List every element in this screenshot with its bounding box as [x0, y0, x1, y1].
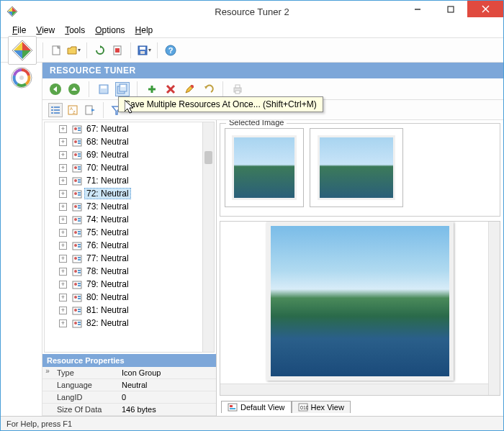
- tree-item[interactable]: +78: Neutral: [45, 265, 214, 278]
- resource-icon: [71, 317, 83, 329]
- window-controls: [401, 1, 503, 17]
- tree-item[interactable]: +73: Neutral: [45, 200, 214, 213]
- open-file-icon[interactable]: ▾: [66, 43, 81, 58]
- svg-rect-96: [78, 244, 81, 245]
- tree-item[interactable]: +79: Neutral: [45, 278, 214, 291]
- tab-hex-view[interactable]: 010 Hex View: [292, 401, 351, 413]
- expander-icon[interactable]: +: [59, 242, 67, 250]
- svg-text:?: ?: [168, 46, 174, 55]
- expander-icon[interactable]: +: [59, 255, 67, 263]
- tree-item[interactable]: +71: Neutral: [45, 174, 214, 187]
- tree-item[interactable]: +69: Neutral: [45, 148, 214, 161]
- tree-item-label: 71: Neutral: [84, 175, 131, 186]
- svg-text:Z: Z: [73, 110, 76, 114]
- rail-wheel-icon[interactable]: [9, 65, 34, 90]
- expander-icon[interactable]: +: [59, 216, 67, 224]
- sort-icon[interactable]: AZ: [66, 103, 80, 117]
- nav-back-icon[interactable]: [48, 82, 63, 96]
- svg-rect-46: [51, 106, 53, 108]
- save-multiple-icon[interactable]: [115, 82, 130, 96]
- tree-item[interactable]: +77: Neutral: [45, 252, 214, 265]
- tree-scrollbar[interactable]: [202, 122, 214, 352]
- expander-icon[interactable]: +: [59, 125, 67, 133]
- svg-rect-85: [78, 207, 81, 209]
- close-button[interactable]: [467, 1, 503, 17]
- expander-icon[interactable]: +: [59, 177, 67, 185]
- add-icon[interactable]: [145, 82, 159, 96]
- menubar: File View Tools Options Help: [1, 22, 503, 38]
- tree-item[interactable]: +74: Neutral: [45, 213, 214, 226]
- app-logo-button[interactable]: [8, 36, 37, 65]
- tree-item[interactable]: +82: Neutral: [45, 317, 214, 330]
- expander-icon[interactable]: +: [59, 294, 67, 301]
- svg-rect-92: [78, 231, 81, 232]
- edit-icon[interactable]: [182, 82, 197, 96]
- menu-options[interactable]: Options: [91, 24, 129, 37]
- expander-icon[interactable]: +: [59, 203, 67, 211]
- tree-item[interactable]: +76: Neutral: [45, 239, 214, 252]
- tree-item-label: 80: Neutral: [84, 291, 131, 303]
- selected-image-group: Selected Image: [220, 123, 500, 217]
- expander-icon[interactable]: +: [59, 138, 67, 146]
- help-icon[interactable]: ?: [163, 43, 178, 58]
- tab-default-view[interactable]: Default View: [221, 401, 292, 413]
- print-icon[interactable]: [230, 82, 245, 96]
- thumb-2[interactable]: [310, 128, 403, 207]
- expander-icon[interactable]: +: [59, 319, 67, 327]
- thumb-1[interactable]: [225, 128, 304, 207]
- svg-rect-88: [78, 218, 81, 219]
- resource-icon: [71, 304, 83, 316]
- tree-item[interactable]: +80: Neutral: [45, 291, 214, 304]
- right-pane: Selected Image 772: 256x256 32b Default …: [217, 120, 503, 416]
- svg-rect-89: [78, 220, 81, 222]
- svg-marker-56: [91, 109, 95, 112]
- banner: RESOURCE TUNER: [42, 63, 503, 78]
- tree-item[interactable]: +81: Neutral: [45, 304, 214, 317]
- save-icon[interactable]: ▾: [137, 43, 151, 58]
- refresh-icon[interactable]: [93, 43, 107, 58]
- svg-marker-1: [12, 7, 17, 12]
- svg-marker-13: [14, 42, 22, 50]
- menu-help[interactable]: Help: [131, 24, 158, 37]
- stop-icon[interactable]: [110, 43, 125, 58]
- expander-icon[interactable]: +: [59, 190, 67, 198]
- tree-item[interactable]: +72: Neutral: [45, 187, 214, 200]
- menu-tools[interactable]: Tools: [60, 24, 89, 37]
- list-view-icon[interactable]: [48, 103, 63, 117]
- delete-icon[interactable]: [163, 82, 178, 96]
- save-resource-icon[interactable]: [96, 82, 111, 96]
- preview-hscroll[interactable]: [220, 384, 488, 395]
- svg-rect-49: [54, 109, 60, 111]
- svg-rect-47: [54, 106, 60, 108]
- expander-icon[interactable]: +: [59, 307, 67, 314]
- expander-icon[interactable]: +: [59, 281, 67, 289]
- tree-item[interactable]: +67: Neutral: [45, 122, 214, 135]
- preview-vscroll[interactable]: [488, 222, 500, 395]
- export-icon[interactable]: [83, 103, 97, 117]
- svg-point-95: [74, 244, 77, 247]
- menu-file[interactable]: File: [8, 24, 30, 37]
- preview-image: [266, 222, 454, 381]
- expander-icon[interactable]: +: [59, 164, 67, 172]
- minimize-button[interactable]: [401, 1, 434, 17]
- svg-point-75: [74, 179, 77, 182]
- maximize-button[interactable]: [434, 1, 467, 17]
- tree-item[interactable]: +68: Neutral: [45, 135, 214, 148]
- svg-rect-97: [78, 246, 81, 248]
- tree-item-label: 69: Neutral: [84, 149, 131, 160]
- selected-image-label: Selected Image: [226, 120, 287, 127]
- svg-rect-21: [140, 51, 145, 54]
- tree-item[interactable]: +70: Neutral: [45, 161, 214, 174]
- menu-view[interactable]: View: [32, 24, 59, 37]
- props-row: »TypeIcon Group: [42, 367, 216, 379]
- tree-item[interactable]: +75: Neutral: [45, 226, 214, 239]
- expander-icon[interactable]: +: [59, 268, 67, 276]
- expander-icon[interactable]: +: [59, 229, 67, 237]
- resource-tree[interactable]: +67: Neutral+68: Neutral+69: Neutral+70:…: [44, 122, 215, 353]
- svg-rect-35: [121, 85, 125, 87]
- expander-icon[interactable]: +: [59, 151, 67, 159]
- new-file-icon[interactable]: [49, 43, 63, 58]
- svg-point-91: [74, 231, 77, 234]
- nav-up-icon[interactable]: [67, 82, 81, 96]
- undo-icon[interactable]: [201, 82, 215, 96]
